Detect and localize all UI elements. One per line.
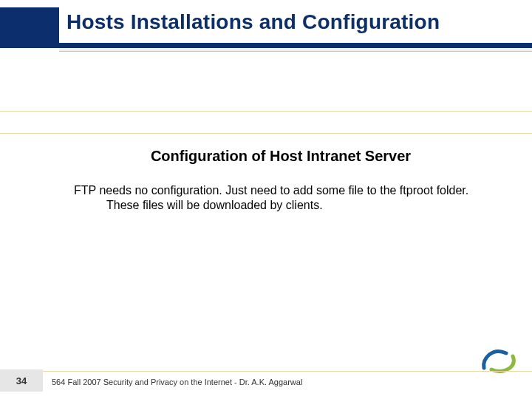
footer-bar: 34 564 Fall 2007 Security and Privacy on…	[0, 369, 532, 392]
footer-text: 564 Fall 2007 Security and Privacy on th…	[52, 378, 302, 386]
header-underline-dark	[59, 43, 532, 48]
divider-line-2	[0, 133, 532, 134]
header-underline-light	[59, 48, 532, 52]
content-area: Configuration of Host Intranet Server FT…	[74, 148, 488, 213]
title-area: Hosts Installations and Configuration	[66, 10, 525, 34]
page-number-box: 34	[0, 369, 43, 392]
content-body: FTP needs no configuration. Just need to…	[106, 183, 488, 213]
divider-line-1	[0, 111, 532, 112]
slide-title: Hosts Installations and Configuration	[66, 10, 525, 34]
header-accent-block	[0, 7, 59, 48]
content-subtitle: Configuration of Host Intranet Server	[96, 148, 466, 165]
page-number: 34	[16, 375, 27, 386]
footer-divider	[43, 371, 532, 372]
